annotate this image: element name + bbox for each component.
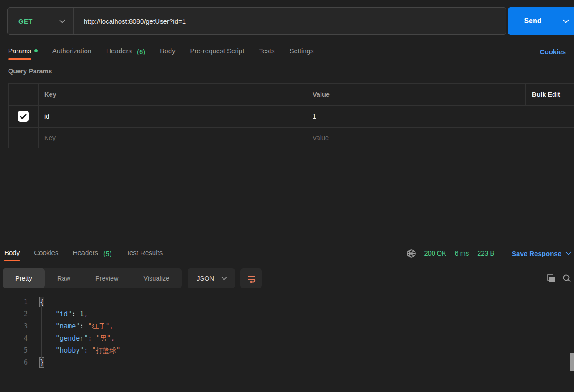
code-line: 4 "gender": "男", <box>0 332 574 345</box>
tab-tests[interactable]: Tests <box>259 42 274 61</box>
code-line: 3 "name": "狂子", <box>0 320 574 332</box>
line-number: 2 <box>0 308 28 320</box>
postman-request-view: GET http://localhost:8080/getUser?id=1 S… <box>0 0 574 392</box>
line-number: 3 <box>0 320 28 332</box>
param-key-field[interactable]: id <box>44 113 49 120</box>
response-time: 6 ms <box>455 250 469 257</box>
scrollbar[interactable] <box>569 291 574 392</box>
param-value-field-placeholder[interactable]: Value <box>313 134 329 141</box>
response-headers-count-badge: (5) <box>103 250 111 257</box>
indent-guide <box>41 307 42 358</box>
checkmark-icon <box>20 114 27 119</box>
status-badge: 200 OK <box>424 250 446 257</box>
param-key-field-placeholder[interactable]: Key <box>44 134 56 141</box>
table-row-new: Key Value <box>9 128 574 148</box>
response-tab-body[interactable]: Body <box>4 243 20 263</box>
url-input[interactable]: http://localhost:8080/getUser?id=1 <box>74 17 186 25</box>
unsaved-dot-icon <box>34 49 38 52</box>
chevron-down-icon <box>221 277 227 280</box>
chevron-down-icon <box>565 251 571 255</box>
response-meta: 200 OK 6 ms 223 B Save Response <box>407 243 573 263</box>
method-selector[interactable]: GET <box>8 8 74 34</box>
send-button[interactable]: Send <box>508 17 558 25</box>
text-wrap-icon <box>246 273 257 283</box>
response-tab-test-results[interactable]: Test Results <box>126 243 163 263</box>
line-number: 6 <box>0 357 28 369</box>
tab-pre-request-script[interactable]: Pre-request Script <box>190 42 244 61</box>
tab-params[interactable]: Params <box>8 42 38 61</box>
line-number: 4 <box>0 332 28 345</box>
search-icon[interactable] <box>562 274 571 283</box>
code-line: 5 "hobby": "打篮球" <box>0 345 574 357</box>
view-tab-raw[interactable]: Raw <box>45 268 83 288</box>
query-params-table: Key Value Bulk Edit id 1 Key <box>8 83 574 148</box>
view-tab-visualize[interactable]: Visualize <box>131 268 182 288</box>
scrollbar-thumb[interactable] <box>570 353 574 371</box>
response-size: 223 B <box>477 250 494 257</box>
view-tab-preview[interactable]: Preview <box>83 268 131 288</box>
view-mode-segments: Pretty Raw Preview Visualize <box>3 268 182 288</box>
cookies-link[interactable]: Cookies <box>540 42 566 61</box>
url-box: GET http://localhost:8080/getUser?id=1 <box>7 7 506 35</box>
line-number: 5 <box>0 345 28 357</box>
code-line: 6} <box>0 357 574 369</box>
column-header-key: Key <box>39 84 306 105</box>
query-params-title: Query Params <box>8 68 52 75</box>
meta-divider <box>503 248 503 259</box>
wrap-lines-button[interactable] <box>240 268 262 288</box>
column-header-value: Value <box>306 84 526 105</box>
header-checkbox-cell <box>9 84 39 105</box>
chevron-down-icon <box>59 19 65 23</box>
response-body-code: 1{2 "id": 1,3 "name": "狂子",4 "gender": "… <box>0 296 574 392</box>
tab-settings[interactable]: Settings <box>289 42 313 61</box>
response-actions <box>547 268 571 289</box>
table-header-row: Key Value Bulk Edit <box>9 84 574 106</box>
response-tab-cookies[interactable]: Cookies <box>34 243 58 263</box>
panel-divider <box>0 239 574 239</box>
globe-icon[interactable] <box>407 249 416 258</box>
tab-headers[interactable]: Headers (6) <box>106 42 145 61</box>
bulk-edit-cell: Bulk Edit <box>526 84 574 105</box>
code-line: 2 "id": 1, <box>0 308 574 320</box>
response-tab-headers[interactable]: Headers (5) <box>73 243 111 263</box>
method-label: GET <box>18 17 33 25</box>
tab-body[interactable]: Body <box>160 42 175 61</box>
send-button-group: Send <box>508 7 574 35</box>
code-line: 1{ <box>0 296 574 308</box>
copy-icon[interactable] <box>547 274 556 283</box>
table-row: id 1 <box>9 106 574 128</box>
bulk-edit-button[interactable]: Bulk Edit <box>532 91 560 98</box>
row-enabled-checkbox[interactable] <box>18 111 29 122</box>
headers-count-badge: (6) <box>137 48 145 55</box>
chevron-down-icon <box>563 19 569 23</box>
response-view-toolbar: Pretty Raw Preview Visualize JSON <box>3 268 574 289</box>
request-tabs: Params Authorization Headers (6) Body Pr… <box>8 42 574 61</box>
param-value-field[interactable]: 1 <box>313 113 316 120</box>
request-url-row: GET http://localhost:8080/getUser?id=1 S… <box>7 7 574 35</box>
tab-authorization[interactable]: Authorization <box>52 42 92 61</box>
line-number: 1 <box>0 296 28 308</box>
save-response-button[interactable]: Save Response <box>512 250 573 257</box>
format-selector[interactable]: JSON <box>188 268 235 288</box>
view-tab-pretty[interactable]: Pretty <box>3 268 45 288</box>
send-options-button[interactable] <box>558 19 574 23</box>
